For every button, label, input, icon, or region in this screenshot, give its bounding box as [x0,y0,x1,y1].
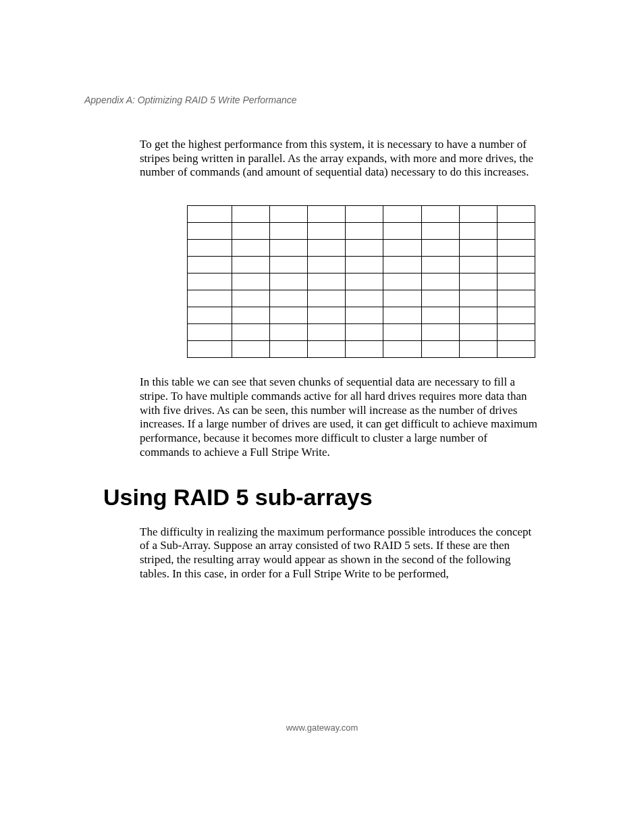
table-cell [188,206,232,223]
table-cell [459,290,497,307]
table-cell [497,206,535,223]
table-cell [232,206,269,223]
table-cell [270,307,308,324]
paragraph-subarrays: The difficulty in realizing the maximum … [140,525,537,581]
table-cell [383,257,421,273]
table-cell [188,223,232,240]
table-cell [270,223,308,240]
table-cell [421,324,459,341]
table-cell [308,307,346,324]
table-cell [497,223,535,240]
table-cell [232,290,269,307]
table-cell [308,273,346,290]
table-cell [232,324,269,341]
table-cell [346,341,383,358]
table-cell [421,223,459,240]
table-row [188,324,535,341]
table-cell [459,223,497,240]
table-cell [497,257,535,273]
table-row [188,290,535,307]
table-cell [459,273,497,290]
table-row [188,257,535,273]
table-cell [188,240,232,257]
paragraph-intro: To get the highest performance from this… [140,138,537,180]
table-cell [421,273,459,290]
table-cell [308,341,346,358]
stripe-tbody [188,206,535,358]
table-cell [497,273,535,290]
table-cell [188,307,232,324]
document-page: Appendix A: Optimizing RAID 5 Write Perf… [0,0,644,834]
table-cell [346,240,383,257]
table-cell [459,324,497,341]
table-cell [188,257,232,273]
table-cell [497,324,535,341]
table-cell [232,257,269,273]
table-cell [346,257,383,273]
table-row [188,307,535,324]
stripe-table [187,205,535,358]
table-cell [270,341,308,358]
table-cell [308,206,346,223]
table-cell [346,324,383,341]
table-cell [188,290,232,307]
table-row [188,341,535,358]
table-cell [308,257,346,273]
table-cell [346,307,383,324]
table-cell [188,324,232,341]
table-cell [421,307,459,324]
table-cell [459,257,497,273]
table-cell [459,240,497,257]
table-cell [308,324,346,341]
table-cell [383,307,421,324]
table-cell [270,206,308,223]
table-cell [421,240,459,257]
table-cell [232,307,269,324]
table-cell [188,341,232,358]
footer-url: www.gateway.com [0,723,644,733]
table-row [188,240,535,257]
table-row [188,273,535,290]
section-heading: Using RAID 5 sub-arrays [103,484,537,511]
table-cell [346,273,383,290]
table-cell [346,290,383,307]
table-cell [421,206,459,223]
table-cell [270,257,308,273]
table-cell [383,273,421,290]
table-cell [308,290,346,307]
table-cell [383,240,421,257]
table-cell [270,240,308,257]
table-cell [383,324,421,341]
table-cell [232,273,269,290]
table-cell [459,307,497,324]
table-cell [383,206,421,223]
table-cell [421,341,459,358]
table-cell [232,240,269,257]
table-cell [497,341,535,358]
stripe-table-wrap [187,205,535,358]
table-cell [308,223,346,240]
table-cell [421,290,459,307]
table-row [188,206,535,223]
table-cell [232,223,269,240]
table-cell [270,324,308,341]
table-cell [497,290,535,307]
table-cell [188,273,232,290]
table-cell [459,206,497,223]
table-cell [383,341,421,358]
table-cell [270,273,308,290]
table-cell [346,206,383,223]
running-header: Appendix A: Optimizing RAID 5 Write Perf… [84,95,537,105]
paragraph-table-explain: In this table we can see that seven chun… [140,375,537,459]
table-cell [383,223,421,240]
table-row [188,223,535,240]
table-cell [421,257,459,273]
table-cell [383,290,421,307]
spacer [84,180,537,192]
table-cell [497,307,535,324]
table-cell [346,223,383,240]
table-cell [459,341,497,358]
table-cell [308,240,346,257]
table-cell [232,341,269,358]
table-cell [270,290,308,307]
